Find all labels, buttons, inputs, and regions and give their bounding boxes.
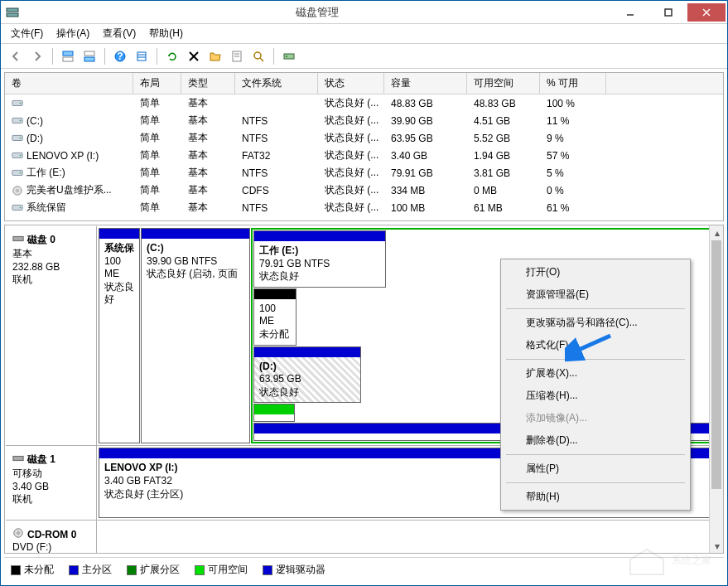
svg-rect-38	[13, 236, 23, 240]
legend-unallocated: 未分配	[24, 563, 54, 577]
volume-table[interactable]: 卷 布局 类型 文件系统 状态 容量 可用空间 % 可用 简单基本状态良好 (.…	[4, 72, 724, 221]
ctx-help[interactable]: 帮助(H)	[503, 486, 688, 508]
legend-extended: 扩展分区	[140, 563, 180, 577]
watermark: 系统之家	[622, 535, 721, 583]
partition-c[interactable]: (C:)39.90 GB NTFS状态良好 (启动, 页面	[141, 228, 250, 443]
table-row[interactable]: (C:)简单基本NTFS状态良好 (...39.90 GB4.51 GB11 %	[5, 112, 723, 129]
ctx-add-mirror: 添加镜像(A)...	[503, 407, 688, 429]
ctx-format[interactable]: 格式化(F)...	[503, 334, 688, 356]
ctx-change-letter[interactable]: 更改驱动器号和路径(C)...	[503, 312, 688, 334]
svg-text:?: ?	[117, 51, 123, 62]
menubar: 文件(F) 操作(A) 查看(V) 帮助(H)	[1, 24, 727, 44]
rescan-icon[interactable]	[279, 46, 299, 66]
ctx-explorer[interactable]: 资源管理器(E)	[503, 283, 688, 306]
toolbar: ?	[1, 44, 727, 69]
svg-rect-9	[84, 57, 94, 61]
window-title: 磁盘管理	[22, 5, 611, 20]
ctx-extend[interactable]: 扩展卷(X)...	[503, 362, 688, 385]
legend-logical: 逻辑驱动器	[276, 563, 325, 577]
drive-icon	[12, 98, 23, 109]
svg-rect-8	[84, 51, 94, 56]
col-free[interactable]: 可用空间	[467, 73, 540, 94]
menu-view[interactable]: 查看(V)	[96, 25, 142, 42]
table-row[interactable]: 简单基本状态良好 (...48.83 GB48.83 GB100 %	[5, 94, 723, 112]
svg-rect-1	[7, 13, 18, 17]
svg-rect-6	[63, 51, 73, 56]
view-bottom-button[interactable]	[80, 46, 99, 66]
svg-point-41	[17, 532, 20, 535]
svg-rect-22	[284, 54, 294, 59]
menu-action[interactable]: 操作(A)	[50, 25, 96, 42]
titlebar: 磁盘管理	[1, 1, 727, 24]
close-button[interactable]	[687, 3, 726, 22]
col-layout[interactable]: 布局	[133, 73, 181, 94]
svg-line-21	[260, 58, 263, 61]
table-row[interactable]: 完美者U盘维护系...简单基本CDFS状态良好 (...334 MB0 MB0 …	[5, 182, 723, 199]
svg-point-37	[20, 206, 22, 208]
app-icon	[6, 6, 19, 19]
drive-icon	[12, 167, 23, 179]
drive-icon	[12, 185, 23, 196]
partition-system-reserved[interactable]: 系统保100 ME状态良好	[99, 228, 140, 443]
col-capacity[interactable]: 容量	[384, 73, 467, 94]
drive-icon	[12, 133, 23, 144]
minimize-button[interactable]	[611, 3, 649, 22]
table-row[interactable]: 工作 (E:)简单基本NTFS状态良好 (...79.91 GB3.81 GB5…	[5, 164, 723, 182]
partition-free-1[interactable]	[253, 404, 295, 422]
disk-0-info[interactable]: 磁盘 0 基本 232.88 GB 联机	[6, 226, 97, 445]
ctx-properties[interactable]: 属性(P)	[503, 458, 688, 480]
delete-icon[interactable]	[184, 46, 204, 66]
cdrom-0-info[interactable]: CD-ROM 0 DVD (F:) 无媒体	[6, 521, 97, 554]
view-top-button[interactable]	[58, 46, 78, 66]
drive-icon	[12, 115, 23, 127]
properties-icon[interactable]	[227, 46, 247, 66]
ctx-shrink[interactable]: 压缩卷(H)...	[503, 385, 688, 407]
svg-point-20	[254, 52, 261, 59]
col-type[interactable]: 类型	[181, 73, 235, 94]
menu-file[interactable]: 文件(F)	[4, 25, 50, 42]
disk-1-info[interactable]: 磁盘 1 可移动 3.40 GB 联机	[6, 446, 97, 520]
svg-rect-0	[7, 8, 18, 12]
svg-point-25	[20, 102, 22, 104]
disk-icon	[12, 233, 24, 247]
svg-rect-7	[63, 57, 73, 61]
ctx-open[interactable]: 打开(O)	[503, 261, 688, 283]
back-button[interactable]	[6, 46, 26, 66]
col-volume[interactable]: 卷	[5, 73, 133, 94]
settings-button[interactable]	[132, 46, 152, 66]
maximize-button[interactable]	[649, 3, 687, 22]
help-button[interactable]: ?	[110, 46, 130, 66]
col-pct[interactable]: % 可用	[540, 73, 606, 94]
search-icon[interactable]	[248, 46, 268, 66]
table-row[interactable]: LENOVO XP (I:)简单基本FAT32状态良好 (...3.40 GB1…	[5, 147, 723, 164]
legend-free: 可用空间	[208, 563, 248, 577]
menu-help[interactable]: 帮助(H)	[142, 25, 190, 42]
svg-point-31	[20, 154, 22, 156]
svg-text:系统之家: 系统之家	[672, 555, 711, 566]
table-row[interactable]: 系统保留简单基本NTFS状态良好 (...100 MB61 MB61 %	[5, 199, 723, 216]
partition-d[interactable]: (D:)63.95 GB状态良好	[253, 346, 361, 404]
legend-primary: 主分区	[82, 563, 112, 577]
scrollbar[interactable]: ▴ ▾	[709, 225, 723, 553]
table-row[interactable]: (D:)简单基本NTFS状态良好 (...63.95 GB5.52 GB9 %	[5, 129, 723, 147]
partition-unallocated[interactable]: 100 ME未分配	[253, 288, 297, 346]
disk-row-cdrom0: CD-ROM 0 DVD (F:) 无媒体	[6, 521, 722, 554]
svg-point-27	[20, 119, 22, 121]
svg-rect-39	[13, 457, 23, 461]
legend: 未分配 主分区 扩展分区 可用空间 逻辑驱动器	[4, 557, 724, 582]
table-header: 卷 布局 类型 文件系统 状态 容量 可用空间 % 可用	[5, 73, 723, 94]
forward-button[interactable]	[27, 46, 47, 66]
drive-icon	[12, 202, 23, 214]
svg-rect-12	[137, 52, 146, 61]
partition-e[interactable]: 工作 (E:)79.91 GB NTFS状态良好	[253, 230, 386, 288]
svg-rect-3	[665, 9, 672, 16]
folder-open-icon[interactable]	[205, 46, 225, 66]
svg-point-35	[17, 189, 19, 191]
col-fs[interactable]: 文件系统	[235, 73, 318, 94]
context-menu: 打开(O) 资源管理器(E) 更改驱动器号和路径(C)... 格式化(F)...…	[500, 259, 691, 511]
col-status[interactable]: 状态	[318, 73, 384, 94]
svg-point-33	[20, 172, 22, 173]
svg-point-29	[20, 137, 22, 138]
refresh-button[interactable]	[162, 46, 182, 66]
ctx-delete[interactable]: 删除卷(D)...	[503, 429, 688, 452]
